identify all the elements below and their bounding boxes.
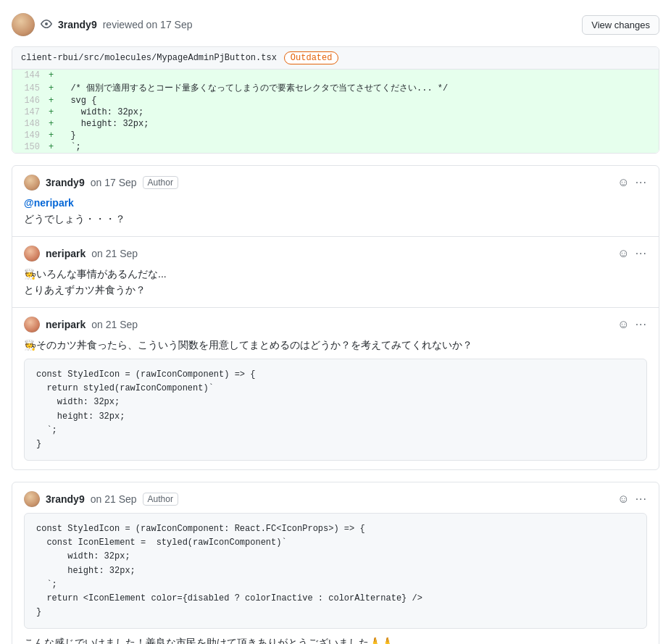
comment-header: 3randy9 on 21 Sep Author ☺ ··· <box>24 491 647 507</box>
avatar-image <box>24 246 40 262</box>
line-code: width: 32px; <box>60 107 143 117</box>
comment-body: 🧑‍🍳そのカツ丼食ったら、こういう関数を用意してまとめるのはどうか？を考えてみて… <box>24 337 647 461</box>
comment-header-left: 3randy9 on 17 Sep Author <box>24 175 178 191</box>
mention: @neripark <box>24 197 74 209</box>
diff-line: 145 + /* 個別で適用するとコード量多くなってしまうので要素セレクタで当て… <box>12 81 659 95</box>
reviewer-bar: 3randy9 reviewed on 17 Sep View changes <box>0 7 671 42</box>
comment-text: 🧑‍🍳そのカツ丼食ったら、こういう関数を用意してまとめるのはどうか？を考えてみて… <box>24 339 472 351</box>
reviewer-action: reviewed on 17 Sep <box>103 19 193 30</box>
comment-thread-1: 3randy9 on 17 Sep Author ☺ ··· @neripark… <box>12 165 659 470</box>
comment-author: 3randy9 <box>46 493 85 505</box>
avatar-image <box>24 491 40 507</box>
comment-actions: ☺ ··· <box>617 176 647 189</box>
line-code: `; <box>60 142 81 152</box>
diff-block: client-rbui/src/molecules/MypageAdminPjB… <box>12 46 659 154</box>
comment-header-left: neripark on 21 Sep <box>24 246 138 262</box>
diff-header: client-rbui/src/molecules/MypageAdminPjB… <box>12 47 659 70</box>
comment-actions: ☺ ··· <box>617 247 647 260</box>
code-snippet-bottom: const StyledIcon = (rawIconComponent: Re… <box>24 513 647 629</box>
comment-2: neripark on 21 Sep ☺ ··· 🧑‍🍳いろんな事情があるんだな… <box>12 237 659 308</box>
avatar-3randy9-2 <box>24 491 40 507</box>
comment-author: neripark <box>46 248 86 259</box>
comment-date: on 21 Sep <box>91 319 138 330</box>
comment-1: 3randy9 on 17 Sep Author ☺ ··· @neripark… <box>12 166 659 237</box>
comment-body: 🧑‍🍳いろんな事情があるんだな... とりあえずカツ丼食うか？ <box>24 266 647 298</box>
comment-author: 3randy9 <box>46 177 85 188</box>
diff-line: 144 + <box>12 70 659 81</box>
more-button[interactable]: ··· <box>635 176 647 189</box>
comment-3: neripark on 21 Sep ☺ ··· 🧑‍🍳そのカツ丼食ったら、こう… <box>12 308 659 470</box>
line-sign: + <box>49 70 60 80</box>
code-snippet: const StyledIcon = (rawIconComponent) =>… <box>24 359 647 461</box>
line-sign: + <box>49 83 60 93</box>
outdated-badge: Outdated <box>284 51 339 64</box>
comment-actions: ☺ ··· <box>617 493 647 506</box>
line-code: svg { <box>60 96 96 106</box>
comment-text: どうでしょう・・・？ <box>24 213 125 225</box>
line-number: 146 <box>12 96 49 106</box>
emoji-button[interactable]: ☺ <box>617 493 629 506</box>
line-number: 150 <box>12 142 49 152</box>
avatar-3randy9 <box>24 175 40 191</box>
line-sign: + <box>49 107 60 117</box>
emoji-button[interactable]: ☺ <box>617 318 629 331</box>
line-sign: + <box>49 119 60 129</box>
line-code: height: 32px; <box>60 119 149 129</box>
diff-line: 149 + } <box>12 130 659 141</box>
comment-body: @neripark どうでしょう・・・？ <box>24 195 647 227</box>
line-sign: + <box>49 142 60 152</box>
comment-date: on 21 Sep <box>91 248 138 259</box>
more-button[interactable]: ··· <box>635 318 647 331</box>
final-text: こんな感じでいけました！善良な市民を助けて頂きありがとうございました🙏🙏 <box>24 635 647 644</box>
comment-thread-2: 3randy9 on 21 Sep Author ☺ ··· const Sty… <box>12 482 659 644</box>
line-sign: + <box>49 130 60 141</box>
line-number: 149 <box>12 130 49 141</box>
avatar-neripark <box>24 246 40 262</box>
avatar-neripark-2 <box>24 317 40 333</box>
eye-icon <box>41 18 52 32</box>
comment-line1: 🧑‍🍳いろんな事情があるんだな... <box>24 268 167 280</box>
comment-date: on 21 Sep <box>91 493 137 505</box>
avatar-image <box>24 317 40 333</box>
author-badge: Author <box>143 176 178 189</box>
comment-line2: とりあえずカツ丼食うか？ <box>24 284 146 296</box>
comment-header-left: neripark on 21 Sep <box>24 317 138 333</box>
reviewer-name: 3randy9 <box>58 19 97 30</box>
line-number: 148 <box>12 119 49 129</box>
comment-header: neripark on 21 Sep ☺ ··· <box>24 246 647 262</box>
diff-line: 146 + svg { <box>12 95 659 106</box>
diff-lines: 144 + 145 + /* 個別で適用するとコード量多くなってしまうので要素セ… <box>12 70 659 153</box>
comment-body: const StyledIcon = (rawIconComponent: Re… <box>24 513 647 644</box>
diff-filename: client-rbui/src/molecules/MypageAdminPjB… <box>21 53 277 63</box>
avatar-image <box>12 13 35 36</box>
emoji-button[interactable]: ☺ <box>617 176 629 189</box>
more-button[interactable]: ··· <box>635 493 647 506</box>
line-code: } <box>60 130 76 141</box>
avatar <box>12 13 35 36</box>
line-number: 145 <box>12 83 49 93</box>
line-sign: + <box>49 96 60 106</box>
line-number: 147 <box>12 107 49 117</box>
comment-actions: ☺ ··· <box>617 318 647 331</box>
comment-header: 3randy9 on 17 Sep Author ☺ ··· <box>24 175 647 191</box>
diff-line: 150 + `; <box>12 141 659 153</box>
more-button[interactable]: ··· <box>635 247 647 260</box>
line-number: 144 <box>12 70 49 80</box>
diff-line: 148 + height: 32px; <box>12 118 659 130</box>
emoji-button[interactable]: ☺ <box>617 247 629 260</box>
avatar-image <box>24 175 40 191</box>
comment-author: neripark <box>46 319 86 330</box>
comment-header: neripark on 21 Sep ☺ ··· <box>24 317 647 333</box>
comment-header-left: 3randy9 on 21 Sep Author <box>24 491 178 507</box>
author-badge: Author <box>143 493 178 506</box>
comment-date: on 17 Sep <box>91 177 137 188</box>
comment-4: 3randy9 on 21 Sep Author ☺ ··· const Sty… <box>12 482 659 644</box>
reviewer-left: 3randy9 reviewed on 17 Sep <box>12 13 192 36</box>
line-code: /* 個別で適用するとコード量多くなってしまうので要素セレクタで当てさせてくださ… <box>60 82 448 94</box>
view-changes-button[interactable]: View changes <box>582 15 659 35</box>
page-container: 3randy9 reviewed on 17 Sep View changes … <box>0 0 671 644</box>
diff-line: 147 + width: 32px; <box>12 106 659 118</box>
